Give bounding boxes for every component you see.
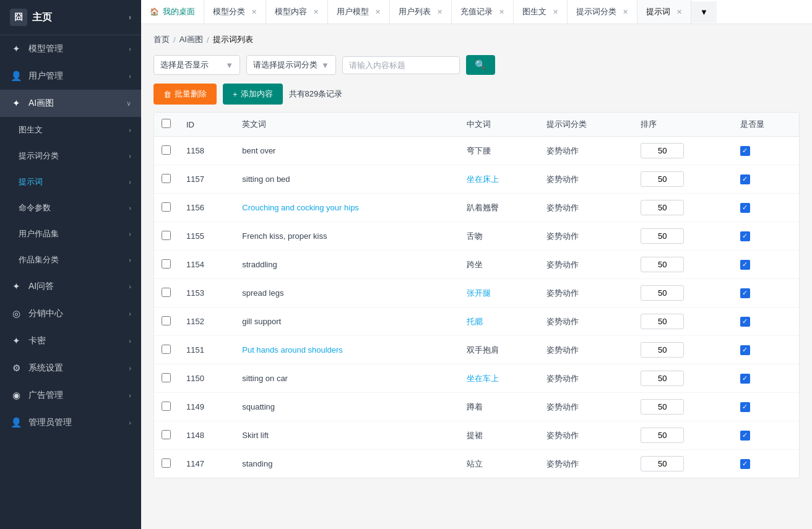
tab-user-model[interactable]: 用户模型 ✕ [328, 0, 390, 24]
category-filter-select[interactable]: 请选择提示词分类 ▼ [246, 55, 336, 75]
rank-input[interactable] [641, 171, 684, 187]
row-checkbox[interactable] [162, 430, 171, 439]
row-checkbox[interactable] [162, 174, 171, 183]
tab-dashboard[interactable]: 🏠 我的桌面 [141, 0, 204, 24]
close-icon[interactable]: ✕ [313, 8, 319, 16]
sidebar-item-sys-settings[interactable]: ⚙ 系统设置 › [0, 355, 141, 382]
add-content-button[interactable]: + 添加内容 [223, 84, 283, 105]
table-row: 1158 bent over 弯下腰 姿势动作 [154, 137, 799, 165]
row-checkbox[interactable] [162, 458, 171, 468]
rank-input[interactable] [641, 285, 684, 301]
show-toggle[interactable] [740, 317, 750, 327]
show-toggle[interactable] [740, 431, 750, 441]
close-icon[interactable]: ✕ [553, 8, 558, 16]
breadcrumb-ai-draw[interactable]: AI画图 [179, 34, 203, 45]
sidebar-item-prompt[interactable]: 提示词 › [0, 169, 141, 195]
table-row: 1154 straddling 跨坐 姿势动作 [154, 251, 799, 279]
select-all-checkbox[interactable] [162, 119, 171, 128]
sidebar-item-label: 分销中心 [28, 308, 63, 319]
display-filter-select[interactable]: 选择是否显示 ▼ [153, 55, 240, 75]
tab-recharge[interactable]: 充值记录 ✕ [452, 0, 514, 24]
show-toggle[interactable] [740, 345, 750, 355]
close-icon[interactable]: ✕ [251, 8, 257, 16]
row-zh[interactable]: 坐在床上 [459, 165, 540, 194]
rank-input[interactable] [641, 342, 684, 358]
close-icon[interactable]: ✕ [375, 8, 381, 16]
row-checkbox[interactable] [162, 202, 171, 212]
show-toggle[interactable] [740, 288, 750, 298]
sidebar-item-ai-qa[interactable]: ✦ AI问答 › [0, 273, 141, 300]
tabs-more-button[interactable]: ▼ [691, 1, 717, 23]
sidebar-item-prompt-cat[interactable]: 提示词分类 › [0, 143, 141, 169]
row-en[interactable]: Crouching and cocking your hips [235, 194, 459, 222]
row-checkbox[interactable] [162, 145, 171, 155]
show-toggle[interactable] [740, 260, 750, 270]
row-show-cell [733, 336, 799, 364]
sidebar-item-label: 系统设置 [28, 363, 63, 374]
tab-user-list[interactable]: 用户列表 ✕ [390, 0, 452, 24]
row-checkbox[interactable] [162, 316, 171, 325]
row-checkbox[interactable] [162, 373, 171, 382]
row-zh[interactable]: 坐在车上 [459, 364, 540, 393]
show-toggle[interactable] [740, 203, 750, 213]
sidebar-logo[interactable]: 囧 主页 › [0, 0, 141, 35]
sidebar-item-cmd-param[interactable]: 命令参数 › [0, 195, 141, 221]
batch-delete-button[interactable]: 🗑 批量删除 [153, 84, 217, 105]
show-toggle[interactable] [740, 174, 750, 184]
show-toggle[interactable] [740, 231, 750, 241]
close-icon[interactable]: ✕ [623, 8, 628, 16]
rank-input[interactable] [641, 428, 684, 443]
tab-img-to-text[interactable]: 图生文 ✕ [514, 0, 568, 24]
show-toggle[interactable] [740, 402, 750, 412]
search-button[interactable]: 🔍 [466, 55, 495, 75]
row-checkbox[interactable] [162, 288, 171, 297]
rank-input[interactable] [641, 200, 684, 215]
row-checkbox[interactable] [162, 259, 171, 269]
breadcrumb-current: 提示词列表 [213, 34, 253, 45]
row-checkbox[interactable] [162, 231, 171, 240]
chevron-down-icon: ∨ [126, 100, 131, 108]
tab-prompt-category[interactable]: 提示词分类 ✕ [568, 0, 637, 24]
sidebar-item-user-mgmt[interactable]: 👤 用户管理 › [0, 62, 141, 90]
title-filter-input[interactable] [342, 56, 460, 74]
sidebar-item-works-cat[interactable]: 作品集分类 › [0, 247, 141, 273]
show-toggle[interactable] [740, 146, 750, 156]
sidebar-item-dist-center[interactable]: ◎ 分销中心 › [0, 300, 141, 327]
row-id: 1154 [179, 251, 235, 279]
close-icon[interactable]: ✕ [499, 8, 504, 16]
sidebar-item-admin-mgmt[interactable]: 👤 管理员管理 › [0, 409, 141, 436]
rank-input[interactable] [641, 228, 684, 244]
row-checkbox[interactable] [162, 345, 171, 354]
sidebar-item-model-mgmt[interactable]: ✦ 模型管理 › [0, 35, 141, 62]
rank-input[interactable] [641, 371, 684, 386]
row-id: 1153 [179, 279, 235, 308]
sidebar-item-label: 图生文 [19, 124, 43, 135]
sidebar-item-user-works[interactable]: 用户作品集 › [0, 221, 141, 247]
chevron-right-icon: › [129, 152, 131, 160]
breadcrumb-home[interactable]: 首页 [153, 34, 170, 45]
row-id: 1148 [179, 421, 235, 450]
close-icon[interactable]: ✕ [676, 8, 682, 16]
tab-prompt-word[interactable]: 提示词 ✕ [637, 0, 691, 24]
close-icon[interactable]: ✕ [437, 8, 443, 16]
row-en[interactable]: Put hands around shoulders [235, 336, 459, 364]
show-toggle[interactable] [740, 459, 750, 469]
sidebar-item-card-secret[interactable]: ✦ 卡密 › [0, 327, 141, 355]
rank-input[interactable] [641, 143, 684, 158]
sidebar-item-img-gen[interactable]: 图生文 › [0, 117, 141, 143]
tab-model-content[interactable]: 模型内容 ✕ [266, 0, 328, 24]
row-zh[interactable]: 托腮 [459, 308, 540, 336]
rank-input[interactable] [641, 314, 684, 329]
sidebar-item-ad-mgmt[interactable]: ◉ 广告管理 › [0, 382, 141, 409]
rank-input[interactable] [641, 257, 684, 272]
show-toggle[interactable] [740, 374, 750, 384]
rank-input[interactable] [641, 399, 684, 415]
row-cat: 姿势动作 [539, 308, 633, 336]
row-rank-cell [633, 364, 732, 393]
sidebar-item-ai-draw[interactable]: ✦ AI画图 ∨ [0, 90, 141, 117]
row-zh[interactable]: 张开腿 [459, 279, 540, 308]
table-row: 1152 gill support 托腮 姿势动作 [154, 308, 799, 336]
tab-model-cat[interactable]: 模型分类 ✕ [204, 0, 266, 24]
rank-input[interactable] [641, 456, 684, 471]
row-checkbox[interactable] [162, 402, 171, 411]
